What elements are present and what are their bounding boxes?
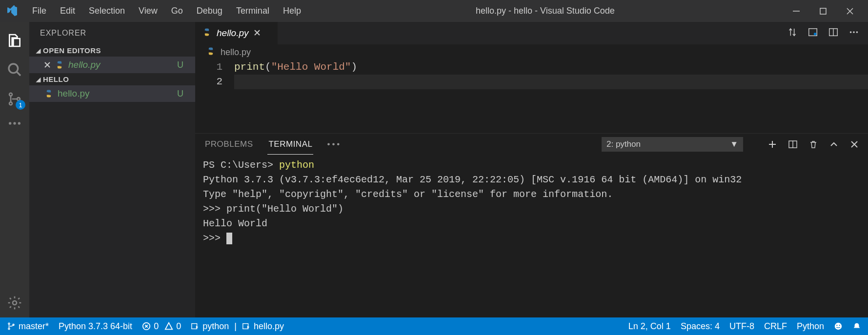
line-number: 1 <box>195 60 222 75</box>
status-errors[interactable]: 0 0 <box>142 321 181 332</box>
explorer-sidebar: EXPLORER ◢ OPEN EDITORS hello.py U ◢ HEL… <box>29 22 195 317</box>
file-tree-label: hello.py <box>58 88 177 99</box>
code-line <box>234 75 868 89</box>
code-editor[interactable]: 1 2 print("Hello World") <box>195 60 868 133</box>
terminal-line: Python 3.7.3 (v3.7.3:ef4ec6ed12, Mar 25 … <box>203 174 742 185</box>
more-actions-icon[interactable] <box>848 27 859 40</box>
notifications-icon[interactable] <box>852 322 861 331</box>
close-button[interactable] <box>836 0 863 22</box>
python-file-icon <box>44 89 54 99</box>
panel-tab-problems[interactable]: PROBLEMS <box>204 135 254 154</box>
feedback-icon[interactable] <box>834 322 843 331</box>
split-editor-icon[interactable] <box>828 27 839 40</box>
svg-point-19 <box>8 323 10 324</box>
svg-point-6 <box>9 122 11 124</box>
open-preview-icon[interactable] <box>807 27 818 40</box>
breadcrumb[interactable]: hello.py <box>195 44 868 60</box>
lang-status-right: hello.py <box>254 321 284 332</box>
breadcrumb-file: hello.py <box>221 47 251 58</box>
terminal-line: >>> print("Hello World") <box>203 203 343 215</box>
panel-tab-terminal[interactable]: TERMINAL <box>267 135 313 155</box>
menu-debug[interactable]: Debug <box>190 0 229 22</box>
bottom-panel: PROBLEMS TERMINAL ••• 2: python ▼ PS C:\… <box>195 133 868 297</box>
svg-rect-1 <box>820 8 826 14</box>
status-interpreter[interactable]: Python 3.7.3 64-bit <box>59 321 132 332</box>
explorer-title: EXPLORER <box>29 22 195 44</box>
close-panel-icon[interactable] <box>849 139 859 149</box>
activity-bar: 1 <box>0 22 29 317</box>
close-editor-icon[interactable] <box>44 61 51 68</box>
status-indent[interactable]: Spaces: 4 <box>681 321 720 332</box>
warning-count: 0 <box>176 321 181 332</box>
menu-help[interactable]: Help <box>276 0 308 22</box>
svg-point-9 <box>13 301 17 305</box>
terminal-selector-label: 2: python <box>606 139 641 149</box>
svg-point-26 <box>836 325 837 326</box>
menu-file[interactable]: File <box>25 0 53 22</box>
editor-area: hello.py hello.py 1 2 print("Hello World… <box>195 22 868 317</box>
svg-point-2 <box>9 64 18 73</box>
maximize-button[interactable] <box>809 0 836 22</box>
compare-changes-icon[interactable] <box>787 27 798 40</box>
window-title: hello.py - hello - Visual Studio Code <box>308 6 783 16</box>
error-count: 0 <box>154 321 159 332</box>
menu-go[interactable]: Go <box>164 0 190 22</box>
title-bar: File Edit Selection View Go Debug Termin… <box>0 0 868 22</box>
file-tree-item[interactable]: hello.py U <box>29 85 195 102</box>
folder-header[interactable]: ◢ HELLO <box>29 73 195 85</box>
terminal-line: python <box>279 159 314 171</box>
activity-scm-icon[interactable]: 1 <box>0 84 29 114</box>
svg-point-11 <box>814 32 817 35</box>
minimize-button[interactable] <box>783 0 809 22</box>
vscode-logo-icon <box>5 5 20 17</box>
menu-view[interactable]: View <box>132 0 164 22</box>
status-bar: master* Python 3.7.3 64-bit 0 0 python |… <box>0 317 868 335</box>
status-language[interactable]: Python <box>797 321 824 332</box>
activity-explorer-icon[interactable] <box>0 26 29 55</box>
kill-terminal-icon[interactable] <box>808 139 818 149</box>
chevron-down-icon: ◢ <box>34 76 43 83</box>
svg-point-27 <box>839 325 840 326</box>
svg-point-4 <box>9 102 12 105</box>
activity-settings-icon[interactable] <box>0 288 29 317</box>
svg-point-14 <box>850 31 852 33</box>
branch-label: master* <box>19 321 49 332</box>
svg-rect-0 <box>793 11 800 12</box>
svg-point-20 <box>8 328 10 330</box>
menu-bar: File Edit Selection View Go Debug Termin… <box>25 0 308 22</box>
terminal-line: >>> <box>203 233 226 244</box>
maximize-panel-icon[interactable] <box>829 139 839 149</box>
chevron-down-icon: ▼ <box>730 139 738 149</box>
separator: | <box>232 321 239 332</box>
python-file-icon <box>206 46 216 59</box>
open-editors-label: OPEN EDITORS <box>43 46 101 55</box>
split-terminal-icon[interactable] <box>788 139 798 149</box>
activity-search-icon[interactable] <box>0 55 29 84</box>
status-eol[interactable]: CRLF <box>764 321 787 332</box>
svg-point-7 <box>13 122 16 124</box>
python-file-icon <box>55 60 64 70</box>
open-editor-item[interactable]: hello.py U <box>29 57 195 73</box>
activity-more-icon[interactable] <box>0 114 29 133</box>
tab-close-icon[interactable] <box>254 28 261 39</box>
svg-point-25 <box>835 323 842 330</box>
status-lang-server[interactable]: python | hello.py <box>191 321 284 332</box>
status-branch[interactable]: master* <box>7 321 49 332</box>
terminal-selector[interactable]: 2: python ▼ <box>602 137 743 152</box>
lang-status-left: python <box>202 321 229 332</box>
terminal-line: Hello World <box>203 218 267 229</box>
status-cursor-pos[interactable]: Ln 2, Col 1 <box>628 321 671 332</box>
folder-name-label: HELLO <box>43 75 69 83</box>
panel-tab-more-icon[interactable]: ••• <box>327 139 342 149</box>
code-body[interactable]: print("Hello World") <box>234 60 868 133</box>
git-status-untracked: U <box>177 60 190 70</box>
menu-terminal[interactable]: Terminal <box>229 0 276 22</box>
terminal-line: Type "help", "copyright", "credits" or "… <box>203 189 613 200</box>
terminal-output[interactable]: PS C:\Users> python Python 3.7.3 (v3.7.3… <box>195 155 868 297</box>
open-editors-header[interactable]: ◢ OPEN EDITORS <box>29 44 195 57</box>
editor-tab[interactable]: hello.py <box>195 22 278 44</box>
new-terminal-icon[interactable] <box>767 139 777 149</box>
menu-selection[interactable]: Selection <box>82 0 132 22</box>
status-encoding[interactable]: UTF-8 <box>729 321 754 332</box>
menu-edit[interactable]: Edit <box>53 0 82 22</box>
